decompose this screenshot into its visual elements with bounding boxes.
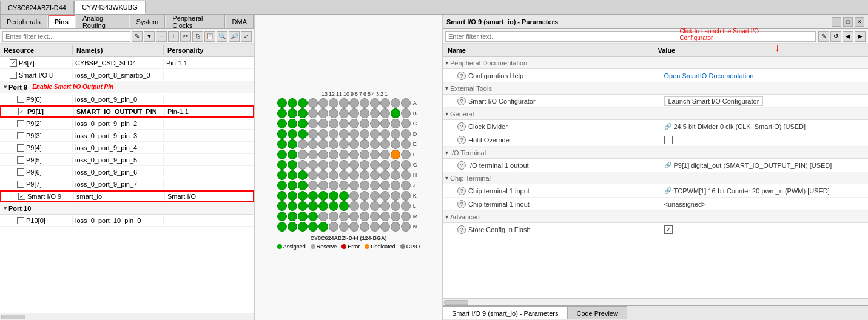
pin[interactable]	[298, 139, 308, 149]
pin[interactable]	[308, 129, 318, 139]
pin[interactable]	[360, 98, 369, 108]
pin[interactable]	[360, 150, 369, 159]
pin[interactable]	[360, 139, 369, 149]
pin[interactable]	[360, 170, 369, 180]
pin[interactable]	[308, 150, 318, 159]
pin[interactable]	[360, 160, 369, 170]
pin[interactable]	[298, 201, 308, 211]
filter-settings-btn[interactable]: ✎	[132, 31, 143, 42]
pin[interactable]	[277, 181, 287, 190]
left-scrollbar-h[interactable]	[0, 313, 254, 320]
pin[interactable]	[391, 139, 400, 149]
pin[interactable]	[288, 170, 297, 180]
pin[interactable]	[401, 160, 411, 170]
filter-zoom-out-btn[interactable]: 🔎	[229, 31, 240, 42]
pin[interactable]	[339, 119, 349, 128]
pin[interactable]	[370, 108, 380, 118]
pin[interactable]	[339, 201, 349, 211]
tab-dma[interactable]: DMA	[226, 15, 254, 28]
pin[interactable]	[360, 181, 369, 190]
pin[interactable]	[339, 160, 349, 170]
pin[interactable]	[360, 191, 369, 201]
checkbox-smartio8[interactable]	[10, 72, 17, 79]
pin[interactable]	[277, 139, 287, 149]
pin[interactable]	[380, 150, 390, 159]
pin[interactable]	[349, 98, 359, 108]
param-row-io-terminal[interactable]: ? I/O terminal 1 output 🔗 P9[1] digital_…	[443, 159, 868, 172]
pin[interactable]	[349, 181, 359, 190]
pin[interactable]	[370, 98, 380, 108]
right-filter-reset[interactable]: ↺	[830, 31, 841, 42]
right-scrollbar-h[interactable]	[443, 298, 868, 305]
pin[interactable]	[277, 170, 287, 180]
filter-expand-btn[interactable]: ⤢	[241, 31, 252, 42]
tab-peripheral-clocks[interactable]: Peripheral-Clocks	[166, 15, 224, 28]
pin[interactable]	[401, 108, 411, 118]
pin[interactable]	[370, 201, 380, 211]
filter-toggle-btn[interactable]: ▼	[144, 31, 155, 42]
pin[interactable]	[380, 160, 390, 170]
filter-zoom-in-btn[interactable]: 🔍	[217, 31, 227, 42]
pin[interactable]	[391, 98, 400, 108]
checkbox-p95[interactable]	[17, 156, 24, 164]
help-icon[interactable]: ?	[457, 161, 466, 170]
pin[interactable]	[298, 181, 308, 190]
filter-paste-btn[interactable]: 📋	[204, 31, 215, 42]
pin[interactable]	[339, 181, 349, 190]
pin[interactable]	[329, 119, 338, 128]
pin[interactable]	[380, 181, 390, 190]
filter-add-btn[interactable]: +	[168, 31, 179, 42]
pin[interactable]	[370, 181, 380, 190]
pin[interactable]	[318, 191, 328, 201]
pin[interactable]	[391, 201, 400, 211]
pin[interactable]	[329, 201, 338, 211]
pin[interactable]	[401, 129, 411, 139]
pin[interactable]	[380, 191, 390, 201]
right-filter-collapse[interactable]: ◀	[843, 31, 853, 42]
pin[interactable]	[298, 212, 308, 221]
pin[interactable]	[370, 150, 380, 159]
param-row-store-config[interactable]: ? Store Config in Flash ✓	[443, 223, 868, 236]
table-row[interactable]: P9[6] ioss_0_port_9_pin_6	[0, 166, 254, 178]
tab-analog-routing[interactable]: Analog-Routing	[76, 15, 129, 28]
help-icon[interactable]: ?	[457, 97, 466, 105]
checkbox-p90[interactable]	[17, 96, 24, 103]
pin[interactable]	[380, 119, 390, 128]
open-smartio-docs-link[interactable]: Open SmartIO Documentation	[664, 72, 754, 79]
pin[interactable]	[329, 139, 338, 149]
table-row[interactable]: P9[0] ioss_0_port_9_pin_0	[0, 93, 254, 105]
section-toggle[interactable]: ▾	[445, 85, 448, 92]
pin[interactable]	[401, 191, 411, 201]
pin[interactable]	[277, 201, 287, 211]
pin[interactable]	[391, 181, 400, 190]
section-toggle[interactable]: ▾	[445, 110, 448, 117]
title-icon-2[interactable]: □	[843, 17, 853, 27]
pin-orange[interactable]	[391, 150, 400, 159]
tab-pins[interactable]: Pins	[48, 15, 75, 28]
link-icon[interactable]: 🔗	[664, 123, 671, 130]
pin[interactable]	[370, 170, 380, 180]
checkbox-p91[interactable]: ✓	[18, 108, 25, 115]
param-row[interactable]: ? Configuration Help Open SmartIO Docume…	[443, 69, 868, 82]
pin[interactable]	[298, 108, 308, 118]
pin[interactable]	[349, 139, 359, 149]
pin[interactable]	[401, 201, 411, 211]
pin[interactable]	[298, 191, 308, 201]
pin[interactable]	[380, 222, 390, 232]
table-row[interactable]: P10[0] ioss_0_port_10_pin_0	[0, 215, 254, 227]
pin[interactable]	[339, 108, 349, 118]
pin[interactable]	[380, 201, 390, 211]
pin[interactable]	[349, 119, 359, 128]
pin[interactable]	[329, 108, 338, 118]
pin[interactable]	[298, 222, 308, 232]
pin[interactable]	[370, 222, 380, 232]
pin[interactable]	[391, 129, 400, 139]
pin[interactable]	[318, 222, 328, 232]
pin[interactable]	[360, 119, 369, 128]
table-row[interactable]: Smart I/O 8 ioss_0_port_8_smartio_0	[0, 69, 254, 81]
pin[interactable]	[277, 212, 287, 221]
pin[interactable]	[308, 98, 318, 108]
pin[interactable]	[277, 129, 287, 139]
pin[interactable]	[370, 191, 380, 201]
pin[interactable]	[380, 108, 390, 118]
